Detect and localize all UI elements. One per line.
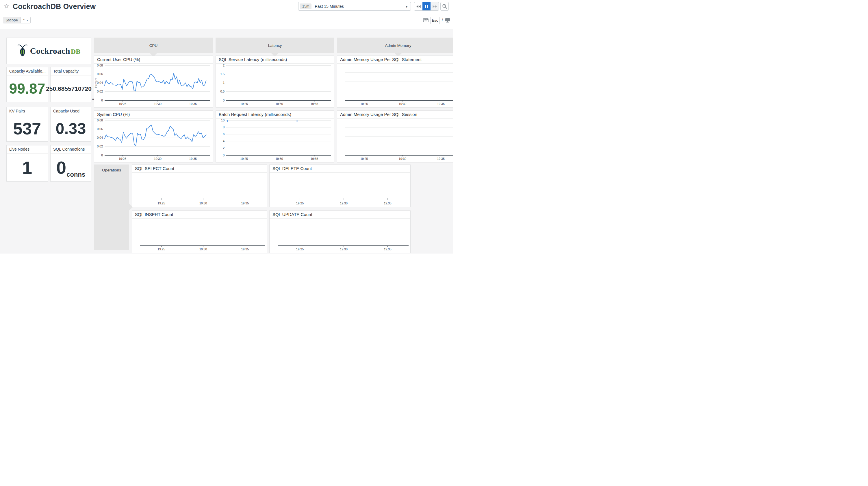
svg-text:0.08: 0.08 xyxy=(97,64,103,67)
chart-plot[interactable]: 19:2519:3019:35 xyxy=(132,173,267,207)
stat-card-capacity-used[interactable]: Capacity Used 0.33 xyxy=(50,107,91,142)
stat-value: 1 xyxy=(7,153,48,181)
svg-text:19:30: 19:30 xyxy=(154,102,161,106)
group-header-label: Admin Memory xyxy=(385,44,411,48)
svg-text:2: 2 xyxy=(223,64,224,67)
stat-card-total-capacity[interactable]: Total Capacity 250.6855710720 GB xyxy=(50,67,91,102)
dashboard-menu-chevron-icon[interactable] xyxy=(91,5,96,10)
chart-title: Current User CPU (%) xyxy=(94,56,213,64)
chart-plot[interactable]: 19:2519:3019:35 xyxy=(132,219,267,253)
logo-suffix: DB xyxy=(71,48,80,55)
svg-text:0.04: 0.04 xyxy=(97,136,103,139)
stat-label: KV Pairs xyxy=(7,107,48,115)
svg-text:19:30: 19:30 xyxy=(275,102,283,106)
chart-current-user-cpu[interactable]: Current User CPU (%) 00.020.040.060.0819… xyxy=(94,56,213,108)
group-header-cpu[interactable]: CPU xyxy=(94,37,213,53)
chart-batch-request-latency[interactable]: Batch Request Latency (milliseconds) 024… xyxy=(216,110,334,163)
stat-value: 250.6855710720 GB xyxy=(51,76,91,102)
stat-value: 0 conns xyxy=(51,153,91,181)
group-header-label: Operations xyxy=(94,168,129,172)
chart-plot[interactable]: 19:2519:3019:35 xyxy=(337,64,453,107)
chart-plot[interactable]: 19:2519:3019:35 xyxy=(270,173,410,207)
stat-card-kv-pairs[interactable]: KV Pairs 537 xyxy=(6,107,48,142)
svg-text:19:30: 19:30 xyxy=(199,201,207,205)
chart-plot[interactable]: 19:2519:3019:35 xyxy=(337,118,453,162)
svg-text:10: 10 xyxy=(221,118,224,122)
header-bar: ☆ CockroachDB Overview 15m Past 15 Minut… xyxy=(0,0,453,15)
group-header-admin-memory[interactable]: Admin Memory xyxy=(337,37,453,53)
stat-card-capacity-available[interactable]: Capacity Available... 99.87 xyxy=(6,67,48,102)
svg-text:19:25: 19:25 xyxy=(157,201,165,205)
fast-forward-button[interactable] xyxy=(431,2,439,10)
svg-text:19:25: 19:25 xyxy=(296,201,304,205)
chart-plot[interactable]: 024681019:2519:3019:35 xyxy=(216,118,334,162)
chart-sql-service-latency[interactable]: SQL Service Latency (milliseconds) 00.51… xyxy=(216,56,334,108)
stat-value: 537 xyxy=(7,115,48,141)
svg-text:0.06: 0.06 xyxy=(97,127,103,131)
stat-value-text: 250.6855710720 xyxy=(46,85,92,92)
chart-admin-memory-statement[interactable]: Admin Memory Usage Per SQL Statement 19:… xyxy=(337,56,453,108)
chart-system-cpu[interactable]: System CPU (%) 00.020.040.060.0819:2519:… xyxy=(94,110,213,163)
time-range-picker[interactable]: 15m Past 15 Minutes ▾ xyxy=(298,2,411,11)
chart-plot[interactable]: 00.020.040.060.0819:2519:3019:35Percent xyxy=(94,64,213,107)
stat-card-live-nodes[interactable]: Live Nodes 1 xyxy=(6,145,48,181)
svg-text:19:35: 19:35 xyxy=(437,157,444,161)
chart-plot[interactable]: 19:2519:3019:35 xyxy=(270,219,410,253)
svg-text:0: 0 xyxy=(101,153,103,157)
chart-plot[interactable]: 00.020.040.060.0819:2519:3019:35 xyxy=(94,118,213,162)
group-header-operations[interactable]: Operations xyxy=(94,165,129,250)
time-range-badge: 15m xyxy=(300,3,311,9)
pause-button[interactable] xyxy=(423,2,431,10)
svg-text:19:25: 19:25 xyxy=(296,248,304,251)
playback-controls xyxy=(414,2,439,11)
chart-sql-delete-count[interactable]: SQL DELETE Count 19:2519:3019:35 xyxy=(269,165,411,207)
time-range-label: Past 15 Minutes xyxy=(315,4,344,9)
stat-value: 99.87 xyxy=(7,76,48,102)
dashboard-page: ☆ CockroachDB Overview 15m Past 15 Minut… xyxy=(0,0,453,254)
svg-text:19:30: 19:30 xyxy=(340,248,348,251)
favorite-star-icon[interactable]: ☆ xyxy=(4,3,9,10)
zoom-out-button[interactable] xyxy=(440,2,449,11)
stat-value: 0.33 xyxy=(51,115,91,141)
chart-title: SQL INSERT Count xyxy=(132,211,267,219)
svg-text:19:30: 19:30 xyxy=(340,201,348,205)
stat-label: SQL Connections xyxy=(51,145,91,153)
chart-sql-update-count[interactable]: SQL UPDATE Count 19:2519:3019:35 xyxy=(269,210,411,253)
stat-label: Capacity Available... xyxy=(7,67,48,76)
fullscreen-monitor-icon[interactable] xyxy=(445,18,450,24)
keyboard-shortcuts-icon[interactable] xyxy=(423,18,429,23)
esc-key-button[interactable]: Esc xyxy=(430,17,440,24)
stat-unit: conns xyxy=(66,171,85,178)
svg-text:19:35: 19:35 xyxy=(384,201,391,205)
svg-text:19:30: 19:30 xyxy=(399,102,406,106)
svg-text:19:25: 19:25 xyxy=(240,157,248,161)
chart-title: System CPU (%) xyxy=(94,111,213,118)
stat-label: Live Nodes xyxy=(7,145,48,153)
svg-text:0: 0 xyxy=(223,153,224,157)
svg-text:19:35: 19:35 xyxy=(189,102,197,106)
group-header-latency[interactable]: Latency xyxy=(216,37,334,53)
chart-sql-insert-count[interactable]: SQL INSERT Count 19:2519:3019:35 xyxy=(132,210,267,253)
stat-label: Total Capacity xyxy=(51,67,91,76)
stat-value-text: 0 xyxy=(56,157,66,178)
chart-plot[interactable]: 00.511.5219:2519:3019:35 xyxy=(216,64,334,107)
chart-title: SQL Service Latency (milliseconds) xyxy=(216,56,334,64)
scope-caret-icon: ▾ xyxy=(27,19,28,22)
chart-title: Admin Memory Usage Per SQL Statement xyxy=(337,56,453,64)
rewind-button[interactable] xyxy=(414,2,423,10)
svg-text:19:25: 19:25 xyxy=(119,157,126,161)
chart-title: SQL SELECT Count xyxy=(132,165,267,173)
svg-text:19:25: 19:25 xyxy=(360,102,368,106)
chart-admin-memory-session[interactable]: Admin Memory Usage Per SQL Session 19:25… xyxy=(337,110,453,163)
stat-label: Capacity Used xyxy=(51,107,91,115)
svg-text:0.02: 0.02 xyxy=(97,90,103,93)
svg-text:19:25: 19:25 xyxy=(240,102,248,106)
scope-variable-selector[interactable]: $scope * ▾ xyxy=(3,17,31,23)
svg-text:19:25: 19:25 xyxy=(360,157,368,161)
svg-text:Percent: Percent xyxy=(94,78,98,88)
chart-sql-select-count[interactable]: SQL SELECT Count 19:2519:3019:35 xyxy=(132,165,267,207)
svg-text:8: 8 xyxy=(223,125,224,129)
svg-text:4: 4 xyxy=(223,139,224,143)
stat-card-sql-connections[interactable]: SQL Connections 0 conns xyxy=(50,145,91,181)
cockroachdb-logo-card[interactable]: CockroachDB xyxy=(6,37,91,64)
